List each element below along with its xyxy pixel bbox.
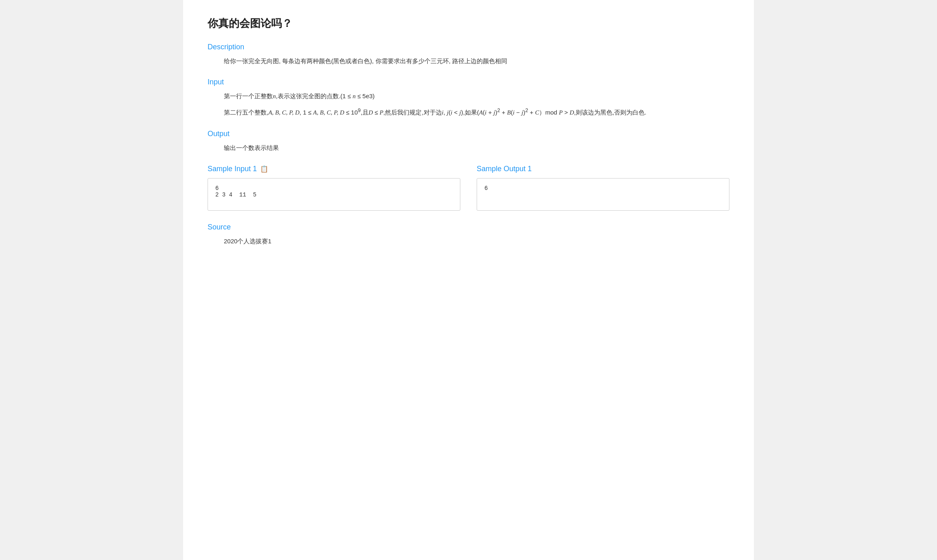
page-container: 你真的会图论吗？ Description 给你一张完全无向图, 每条边有两种颜色…	[183, 0, 754, 560]
input-section: Input 第一行一个正整数n,表示这张完全图的点数.(1 ≤ n ≤ 5e3)…	[208, 78, 729, 118]
description-section: Description 给你一张完全无向图, 每条边有两种颜色(黑色或者白色),…	[208, 43, 729, 66]
output-label: Output	[208, 130, 729, 138]
sample-input-box: 6 2 3 4 11 5	[208, 178, 460, 211]
copy-icon[interactable]: 📋	[260, 165, 268, 173]
source-label: Source	[208, 223, 729, 231]
page-title: 你真的会图论吗？	[208, 16, 729, 31]
description-content: 给你一张完全无向图, 每条边有两种颜色(黑色或者白色), 你需要求出有多少个三元…	[208, 55, 729, 66]
description-text: 给你一张完全无向图, 每条边有两种颜色(黑色或者白色), 你需要求出有多少个三元…	[224, 55, 729, 66]
sample-input-block: Sample Input 1 📋 6 2 3 4 11 5	[208, 165, 460, 211]
sample-input-label: Sample Input 1 📋	[208, 165, 460, 173]
sample-output-label: Sample Output 1	[477, 165, 729, 173]
source-content: 2020个人选拔赛1	[208, 236, 729, 247]
sample-output-box: 6	[477, 178, 729, 211]
samples-row: Sample Input 1 📋 6 2 3 4 11 5 Sample Out…	[208, 165, 729, 211]
sample-input-label-text: Sample Input 1	[208, 165, 257, 173]
source-text: 2020个人选拔赛1	[224, 236, 729, 247]
output-section: Output 输出一个数表示结果	[208, 130, 729, 153]
input-content: 第一行一个正整数n,表示这张完全图的点数.(1 ≤ n ≤ 5e3) 第二行五个…	[208, 90, 729, 118]
sample-output-block: Sample Output 1 6	[477, 165, 729, 211]
output-text: 输出一个数表示结果	[224, 142, 729, 153]
output-content: 输出一个数表示结果	[208, 142, 729, 153]
source-section: Source 2020个人选拔赛1	[208, 223, 729, 247]
description-label: Description	[208, 43, 729, 51]
input-line2: 第二行五个整数,A, B, C, P, D, 1 ≤ A, B, C, P, D…	[224, 106, 729, 118]
input-line1: 第一行一个正整数n,表示这张完全图的点数.(1 ≤ n ≤ 5e3)	[224, 90, 729, 102]
input-label: Input	[208, 78, 729, 86]
sample-output-label-text: Sample Output 1	[477, 165, 532, 173]
